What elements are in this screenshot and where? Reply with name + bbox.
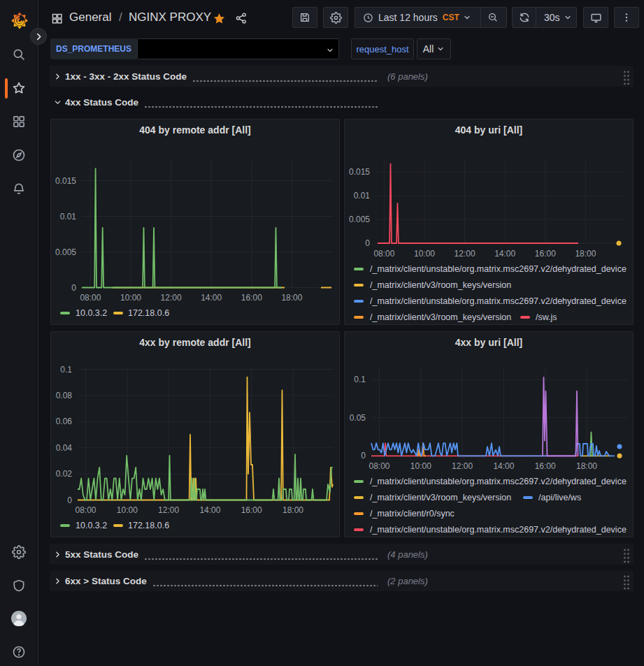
svg-text:0.005: 0.005 — [55, 247, 76, 257]
svg-text:0.01: 0.01 — [60, 212, 77, 222]
svg-text:/_matrix/client/unstable/org.m: /_matrix/client/unstable/org.matrix.msc2… — [370, 296, 627, 306]
svg-text:12:00: 12:00 — [455, 249, 475, 259]
svg-text:08:00: 08:00 — [373, 249, 394, 259]
svg-text:08:00: 08:00 — [80, 293, 101, 303]
svg-text:12:00: 12:00 — [161, 293, 182, 303]
svg-text:08:00: 08:00 — [75, 505, 96, 515]
svg-text:0.05: 0.05 — [350, 413, 366, 423]
svg-text:0.04: 0.04 — [56, 443, 73, 453]
svg-text:0.015: 0.015 — [349, 167, 370, 177]
svg-text:16:00: 16:00 — [535, 461, 556, 471]
svg-text:14:00: 14:00 — [201, 293, 222, 303]
svg-text:10.0.3.2: 10.0.3.2 — [76, 521, 107, 530]
svg-text:16:00: 16:00 — [535, 249, 556, 259]
svg-text:0.08: 0.08 — [56, 391, 73, 400]
svg-text:18:00: 18:00 — [576, 461, 597, 471]
svg-text:12:00: 12:00 — [158, 505, 179, 515]
svg-text:/_matrix/client/v3/room_keys/v: /_matrix/client/v3/room_keys/version — [370, 280, 511, 290]
svg-text:18:00: 18:00 — [281, 293, 302, 303]
svg-text:0.02: 0.02 — [56, 469, 73, 479]
svg-text:/sw.js: /sw.js — [536, 312, 557, 322]
svg-text:10:00: 10:00 — [117, 505, 138, 515]
svg-text:/api/live/ws: /api/live/ws — [538, 493, 581, 502]
svg-text:172.18.0.6: 172.18.0.6 — [128, 521, 169, 530]
svg-text:/_matrix/client/v3/room_keys/v: /_matrix/client/v3/room_keys/version — [370, 312, 511, 322]
svg-text:14:00: 14:00 — [199, 505, 220, 515]
svg-text:0.015: 0.015 — [55, 176, 76, 186]
svg-text:10:00: 10:00 — [410, 461, 431, 471]
svg-text:0.1: 0.1 — [60, 365, 72, 375]
svg-text:18:00: 18:00 — [282, 505, 303, 515]
svg-text:10.0.3.2: 10.0.3.2 — [76, 308, 107, 318]
svg-text:/_matrix/client/unstable/org.m: /_matrix/client/unstable/org.matrix.msc2… — [370, 525, 627, 535]
svg-text:/_matrix/client/r0/sync: /_matrix/client/r0/sync — [370, 509, 455, 519]
svg-text:/_matrix/client/unstable/org.m: /_matrix/client/unstable/org.matrix.msc2… — [370, 477, 627, 486]
svg-text:0: 0 — [67, 495, 72, 505]
svg-text:16:00: 16:00 — [241, 505, 262, 515]
svg-text:0: 0 — [361, 451, 366, 461]
svg-text:0: 0 — [365, 238, 370, 248]
svg-text:/_matrix/client/unstable/org.m: /_matrix/client/unstable/org.matrix.msc2… — [370, 264, 627, 274]
svg-text:12:00: 12:00 — [452, 461, 473, 471]
svg-text:16:00: 16:00 — [241, 293, 262, 303]
svg-text:0.01: 0.01 — [354, 191, 371, 201]
svg-text:08:00: 08:00 — [368, 461, 389, 471]
svg-text:0: 0 — [71, 283, 76, 293]
svg-text:14:00: 14:00 — [494, 249, 515, 259]
svg-text:0.1: 0.1 — [354, 375, 366, 384]
svg-text:10:00: 10:00 — [414, 249, 435, 259]
svg-text:0.005: 0.005 — [349, 215, 370, 224]
svg-text:14:00: 14:00 — [493, 461, 514, 471]
svg-text:18:00: 18:00 — [575, 249, 596, 259]
svg-text:10:00: 10:00 — [120, 293, 141, 303]
svg-text:172.18.0.6: 172.18.0.6 — [128, 308, 169, 318]
svg-text:/_matrix/client/v3/room_keys/v: /_matrix/client/v3/room_keys/version — [370, 493, 511, 502]
svg-text:0.06: 0.06 — [56, 417, 73, 426]
